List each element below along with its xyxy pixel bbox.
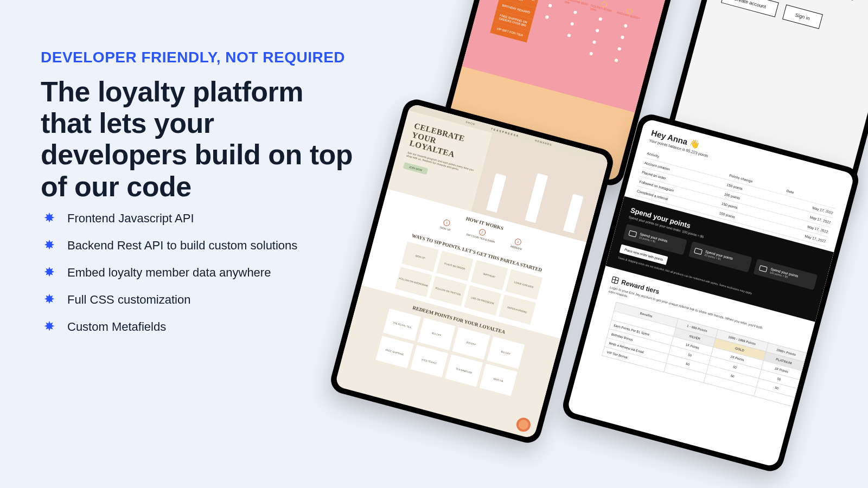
- tablet-welcome: Welcome to Loyalty Lab Come get your han…: [660, 0, 868, 206]
- burst-icon: [43, 321, 55, 333]
- hero-body: Join our rewards program and earn points…: [406, 150, 475, 175]
- sun-icon: [576, 0, 583, 1]
- sun-icon: [626, 8, 633, 14]
- tier-table: Benefits 1 - 999 Points 1000 - 1999 Poin…: [602, 301, 807, 407]
- spend-card[interactable]: Spend your points100 points = $5: [754, 259, 818, 290]
- feature-list: Frontend Javascript API Backend Rest API…: [43, 211, 347, 347]
- feature-item: Custom Metafields: [43, 320, 347, 334]
- redeem-tiles: THE ROYAL TEA$10 OFF $15 OFF$20 OFF FREE…: [344, 300, 557, 404]
- reward-tiers: Reward tiers Login to your Emi Jay accou…: [581, 266, 815, 414]
- join-button[interactable]: JOIN NOW: [403, 162, 429, 175]
- balance: Your points balance is 85,223 points: [649, 138, 840, 193]
- feature-label: Frontend Javascript API: [67, 211, 194, 226]
- greeting: Hey Anna 👋: [650, 128, 843, 189]
- spend-card[interactable]: Spend your points20 points = $1: [688, 241, 752, 273]
- tablet-dashboard: Hey Anna 👋 Your points balance is 85,223…: [560, 112, 861, 474]
- feature-label: Embed loyalty member data anywhere: [67, 266, 271, 280]
- feature-label: Custom Metafields: [67, 320, 166, 334]
- hero-title: CELEBRATE YOUR LOYALTEA: [409, 121, 482, 165]
- redeem-title: REDEEM POINTS FOR YOUR LOYALTEA: [359, 291, 559, 349]
- burst-icon: [43, 294, 55, 306]
- coupon-icon: [628, 230, 637, 237]
- tier-grid: SUNBEAM $0-499 SUNSHINE $500-999 GOLDEN …: [490, 0, 643, 69]
- feature-item: Full CSS customization: [43, 293, 347, 307]
- burst-icon: [43, 240, 55, 252]
- create-account-button[interactable]: Create account: [721, 0, 779, 17]
- sign-in-button[interactable]: Sign in: [782, 5, 822, 29]
- tablet-sunshine: LIKE ON FB FOLLOW ON IG $1 SPENT = 1 POI…: [437, 0, 686, 188]
- headline: The loyalty platform that lets your deve…: [41, 76, 361, 202]
- sun-icon: [601, 1, 608, 8]
- eyebrow: DEVELOPER FRIENDLY, NOT REQUIRED: [41, 49, 361, 66]
- coupon-icon: [694, 247, 703, 254]
- spend-panel: Spend your points Spend your points on y…: [605, 196, 834, 322]
- burst-icon: [43, 267, 55, 279]
- spend-fineprint: Taxes & shipping costs are not included.…: [617, 256, 809, 310]
- how-title: HOW IT WORKS: [385, 194, 585, 253]
- feature-label: Full CSS customization: [67, 293, 190, 307]
- place-order-button[interactable]: Place new order with points: [619, 244, 668, 265]
- feature-item: Embed loyalty member data anywhere: [43, 266, 347, 280]
- tablet-collage: LIKE ON FB FOLLOW ON IG $1 SPENT = 1 POI…: [347, 0, 868, 488]
- fruit-icon: [515, 416, 532, 433]
- tablet-teaspressa: SHOP TEASPRESSA REWARDS CELEBRATE YOUR L…: [328, 97, 616, 446]
- site-nav: SHOP TEASPRESSA REWARDS: [409, 103, 610, 164]
- welcome-body: Come get your hands dirty at our shop. E…: [728, 0, 859, 10]
- brand: TEASPRESSA: [490, 127, 520, 138]
- feature-label: Backend Rest API to build custom solutio…: [67, 239, 297, 253]
- feature-item: Backend Rest API to build custom solutio…: [43, 239, 347, 253]
- spend-card[interactable]: Spend your points20 points = $1: [623, 224, 687, 255]
- spend-title: Spend your points: [630, 206, 822, 265]
- burst-icon: [43, 213, 55, 224]
- spend-sub: Spend your points on your next order. 10…: [628, 215, 820, 269]
- gift-icon: [611, 276, 620, 284]
- coupon-icon: [759, 265, 768, 272]
- rewards-body: Login to your Emi Jay account to get you…: [608, 285, 768, 336]
- feature-item: Frontend Javascript API: [43, 211, 347, 226]
- activity-table: ActivityPoints changeDate Account creati…: [635, 149, 838, 247]
- ways-title: WAYS TO SIP POINTS. LET'S GET THIS PARTE…: [376, 223, 577, 282]
- ways-tiles: SIGN UPPLACE AN ORDER BIRTHDAYLEAVE A RE…: [363, 233, 575, 333]
